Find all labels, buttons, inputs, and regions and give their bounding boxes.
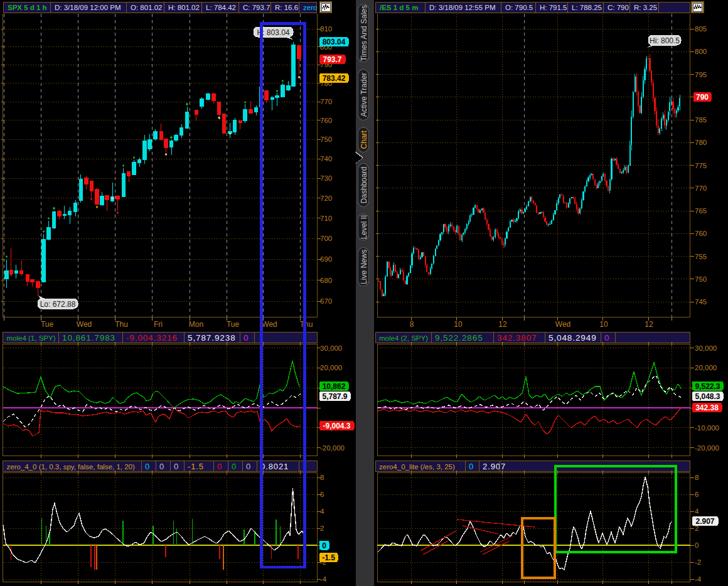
svg-text:Lo: 672.88: Lo: 672.88 — [40, 300, 76, 309]
svg-text:8: 8 — [410, 320, 414, 329]
svg-text:750: 750 — [695, 275, 707, 283]
svg-text:770: 770 — [695, 184, 707, 192]
svg-text:Tue: Tue — [41, 320, 54, 329]
svg-text:0: 0 — [174, 462, 179, 471]
svg-text:8: 8 — [320, 474, 324, 481]
svg-text:803.04: 803.04 — [323, 38, 346, 46]
svg-text:-4: -4 — [320, 575, 327, 583]
svg-text:Mon: Mon — [189, 320, 203, 329]
svg-text:H: 791.5: H: 791.5 — [540, 4, 567, 11]
svg-text:680: 680 — [320, 277, 332, 284]
svg-text:Wed: Wed — [262, 320, 277, 329]
svg-text:20,000: 20,000 — [320, 364, 342, 371]
svg-text:760: 760 — [320, 117, 332, 124]
svg-text:690: 690 — [320, 255, 332, 263]
svg-text:0: 0 — [232, 462, 237, 471]
svg-text:mole4 (1, SPY): mole4 (1, SPY) — [7, 334, 56, 342]
svg-text:-9,004.3216: -9,004.3216 — [126, 333, 178, 343]
svg-text:0: 0 — [145, 462, 150, 471]
svg-text:R: 3.25: R: 3.25 — [634, 4, 657, 11]
svg-text:720: 720 — [320, 194, 332, 202]
svg-text:Wed: Wed — [77, 320, 92, 329]
svg-text:775: 775 — [695, 162, 707, 169]
svg-text:-20,000: -20,000 — [320, 444, 345, 452]
svg-text:793.7: 793.7 — [323, 55, 341, 64]
svg-text:730: 730 — [320, 174, 332, 182]
svg-text:2.907: 2.907 — [483, 462, 506, 471]
svg-text:5,048.3: 5,048.3 — [695, 392, 720, 401]
svg-text:10: 10 — [599, 320, 608, 329]
svg-text:745: 745 — [695, 298, 707, 306]
svg-text:790: 790 — [696, 93, 709, 102]
svg-text:6: 6 — [695, 491, 699, 498]
svg-text:10: 10 — [454, 320, 463, 329]
svg-text:Fri: Fri — [154, 320, 163, 329]
svg-text:Thu: Thu — [300, 320, 313, 329]
svg-text:/ES 1 d 5 m: /ES 1 d 5 m — [380, 4, 418, 11]
svg-text:10,861.7983: 10,861.7983 — [62, 333, 115, 343]
svg-text:30,000: 30,000 — [320, 344, 342, 352]
svg-text:760: 760 — [695, 230, 707, 237]
svg-text:O: 801.02: O: 801.02 — [131, 4, 163, 11]
svg-text:Hi: 800.5: Hi: 800.5 — [650, 36, 680, 45]
svg-text:6: 6 — [320, 491, 324, 498]
svg-text:785: 785 — [695, 116, 707, 124]
svg-text:Times And Sales: Times And Sales — [360, 5, 368, 61]
svg-text:SPX 5 d 1 h: SPX 5 d 1 h — [8, 4, 47, 11]
svg-text:783.42: 783.42 — [323, 74, 346, 83]
svg-text:740: 740 — [320, 155, 332, 162]
svg-text:0: 0 — [469, 462, 474, 471]
svg-text:770: 770 — [320, 98, 332, 105]
svg-text:0: 0 — [244, 333, 249, 343]
svg-text:R: 16.6: R: 16.6 — [275, 4, 298, 11]
svg-text:C: 793.7: C: 793.7 — [243, 4, 270, 11]
svg-text:5,048.2949: 5,048.2949 — [549, 333, 597, 343]
svg-text:Chart: Chart — [360, 130, 368, 149]
svg-text:zero_4_0 (1, 0.3, spy, false,: zero_4_0 (1, 0.3, spy, false, false, 1, … — [7, 463, 136, 471]
svg-text:zero4_0_lite (/es, 3, 25): zero4_0_lite (/es, 3, 25) — [379, 463, 455, 471]
svg-text:810: 810 — [320, 25, 332, 33]
svg-text:-4: -4 — [695, 575, 702, 583]
svg-text:zero: zero — [303, 4, 317, 11]
svg-text:L: 784.42: L: 784.42 — [206, 4, 236, 11]
svg-text:4: 4 — [695, 508, 699, 515]
svg-text:780: 780 — [695, 139, 707, 146]
svg-text:700: 700 — [320, 235, 332, 242]
svg-text:30,000: 30,000 — [695, 344, 717, 352]
svg-text:Thu: Thu — [115, 320, 128, 329]
svg-text:5,787.9238: 5,787.9238 — [188, 333, 236, 343]
svg-text:0: 0 — [159, 462, 164, 471]
svg-text:765: 765 — [695, 207, 707, 215]
svg-text:0: 0 — [246, 462, 251, 471]
svg-text:9,522.3: 9,522.3 — [695, 382, 720, 391]
svg-text:4: 4 — [320, 508, 324, 515]
svg-text:0.8021: 0.8021 — [260, 462, 289, 471]
svg-text:-20,000: -20,000 — [695, 444, 719, 452]
svg-text:-9,004.3: -9,004.3 — [323, 422, 350, 430]
svg-text:755: 755 — [695, 253, 707, 260]
svg-text:10,862: 10,862 — [323, 382, 346, 391]
svg-text:0: 0 — [217, 462, 222, 471]
svg-text:-1.5: -1.5 — [322, 553, 335, 562]
svg-text:710: 710 — [320, 215, 332, 222]
svg-text:12: 12 — [645, 320, 653, 329]
svg-text:670: 670 — [320, 297, 332, 305]
svg-text:800: 800 — [695, 48, 707, 55]
svg-text:0: 0 — [604, 333, 609, 343]
svg-text:H: 801.02: H: 801.02 — [168, 4, 200, 11]
svg-text:20,000: 20,000 — [695, 364, 717, 371]
svg-text:795: 795 — [695, 71, 707, 78]
svg-text:342.3807: 342.3807 — [497, 333, 537, 343]
svg-text:805: 805 — [695, 25, 707, 33]
svg-text:5,787.9: 5,787.9 — [322, 392, 347, 401]
svg-text:2: 2 — [320, 525, 324, 532]
svg-text:mole4 (2, SPY): mole4 (2, SPY) — [379, 334, 428, 342]
svg-text:C: 790: C: 790 — [608, 4, 629, 11]
svg-text:D: 3/18/09 12:00 PM: D: 3/18/09 12:00 PM — [55, 4, 120, 11]
svg-text:0: 0 — [695, 541, 699, 549]
svg-text:2.907: 2.907 — [695, 517, 714, 526]
svg-text:8: 8 — [695, 474, 699, 481]
svg-text:-10,000: -10,000 — [695, 424, 719, 432]
svg-text:Live News: Live News — [360, 250, 368, 284]
svg-text:342.38: 342.38 — [695, 403, 719, 412]
